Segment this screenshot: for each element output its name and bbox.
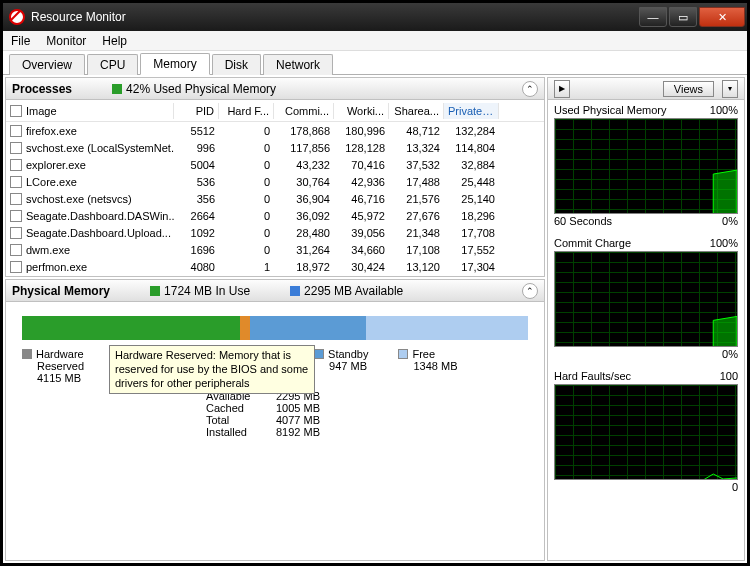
charts-pane: ▶ Views ▾ Used Physical Memory100%60 Sec… [547,77,745,561]
maximize-button[interactable]: ▭ [669,7,697,27]
row-checkbox[interactable] [10,125,22,137]
tab-network[interactable]: Network [263,54,333,75]
processes-summary: 42% Used Physical Memory [126,82,276,96]
membar-modified [240,316,250,340]
physmem-header[interactable]: Physical Memory 1724 MB In Use 2295 MB A… [6,280,544,302]
chart-max: 100% [710,237,738,249]
col-commit[interactable]: Commi... [274,103,334,119]
menubar: File Monitor Help [3,31,747,51]
membar-standby [250,316,366,340]
free-swatch [398,349,408,359]
window-title: Resource Monitor [31,10,637,24]
col-image[interactable]: Image [6,103,174,119]
chart-canvas [554,384,738,480]
tab-disk[interactable]: Disk [212,54,261,75]
physmem-title: Physical Memory [12,284,110,298]
pane-expand-button[interactable]: ▶ [554,80,570,98]
col-hardfaults[interactable]: Hard F... [219,103,274,119]
col-pid[interactable]: PID [174,103,219,119]
physical-memory-panel: Physical Memory 1724 MB In Use 2295 MB A… [5,279,545,561]
collapse-icon[interactable]: ⌃ [522,81,538,97]
membar-free [366,316,528,340]
memory-legend: Hardware Reserved 4115 MB Hardware Reser… [6,348,544,384]
table-row[interactable]: svchost.exe (LocalSystemNet...9960117,85… [6,139,544,156]
chart-canvas [554,118,738,214]
physmem-inuse: 1724 MB In Use [164,284,250,298]
table-row[interactable]: Seagate.Dashboard.Upload...1092028,48039… [6,224,544,241]
tabbar: Overview CPU Memory Disk Network [3,51,747,75]
avail-key-icon [290,286,300,296]
table-row[interactable]: svchost.exe (netsvcs)356036,90446,71621,… [6,190,544,207]
table-row[interactable]: LCore.exe536030,76442,93617,48825,448 [6,173,544,190]
row-checkbox[interactable] [10,176,22,188]
menu-help[interactable]: Help [102,34,127,48]
tooltip: Hardware Reserved: Memory that is reserv… [109,345,315,394]
tab-overview[interactable]: Overview [9,54,85,75]
checkbox-all[interactable] [10,105,22,117]
collapse-icon[interactable]: ⌃ [522,283,538,299]
svg-marker-0 [713,170,737,214]
hw-swatch [22,349,32,359]
col-private[interactable]: Private ... [444,103,499,119]
chart-title: Used Physical Memory [554,104,666,116]
chart-title: Commit Charge [554,237,631,249]
menu-monitor[interactable]: Monitor [46,34,86,48]
chart-2: Hard Faults/sec1000 [548,366,744,499]
processes-panel: Processes 42% Used Physical Memory ⌃ Ima… [5,77,545,277]
menu-file[interactable]: File [11,34,30,48]
chart-canvas [554,251,738,347]
physmem-avail: 2295 MB Available [304,284,403,298]
standby-swatch [314,349,324,359]
chart-title: Hard Faults/sec [554,370,631,382]
table-row[interactable]: Seagate.Dashboard.DASWin...2664036,09245… [6,207,544,224]
table-row[interactable]: firefox.exe55120178,868180,99648,712132,… [6,122,544,139]
minimize-button[interactable]: — [639,7,667,27]
memory-bar [22,316,528,340]
chart-max: 100 [720,370,738,382]
processes-header[interactable]: Processes 42% Used Physical Memory ⌃ [6,78,544,100]
titlebar[interactable]: Resource Monitor — ▭ ✕ [3,3,747,31]
row-checkbox[interactable] [10,159,22,171]
inuse-key-icon [150,286,160,296]
tab-cpu[interactable]: CPU [87,54,138,75]
membar-inuse [22,316,240,340]
row-checkbox[interactable] [10,261,22,273]
col-shareable[interactable]: Sharea... [389,103,444,119]
chart-0: Used Physical Memory100%60 Seconds0% [548,100,744,233]
close-button[interactable]: ✕ [699,7,745,27]
table-row[interactable]: perfmon.exe4080118,97230,42413,12017,304 [6,258,544,275]
chart-max: 100% [710,104,738,116]
processes-title: Processes [12,82,72,96]
row-checkbox[interactable] [10,193,22,205]
memory-stats: Available2295 MB Cached1005 MB Total4077… [206,390,544,438]
row-checkbox[interactable] [10,142,22,154]
table-row[interactable]: explorer.exe5004043,23270,41637,53232,88… [6,156,544,173]
table-row[interactable]: dwm.exe1696031,26434,66017,10817,552 [6,241,544,258]
resource-monitor-window: Resource Monitor — ▭ ✕ File Monitor Help… [2,2,748,564]
col-working[interactable]: Worki... [334,103,389,119]
chart-1: Commit Charge100%0% [548,233,744,366]
tab-memory[interactable]: Memory [140,53,209,75]
row-checkbox[interactable] [10,244,22,256]
processes-table: Image PID Hard F... Commi... Worki... Sh… [6,100,544,276]
mem-key-icon [112,84,122,94]
views-button[interactable]: Views [663,81,714,97]
svg-marker-1 [713,316,737,347]
row-checkbox[interactable] [10,227,22,239]
row-checkbox[interactable] [10,210,22,222]
app-icon [9,9,25,25]
views-dropdown-icon[interactable]: ▾ [722,80,738,98]
